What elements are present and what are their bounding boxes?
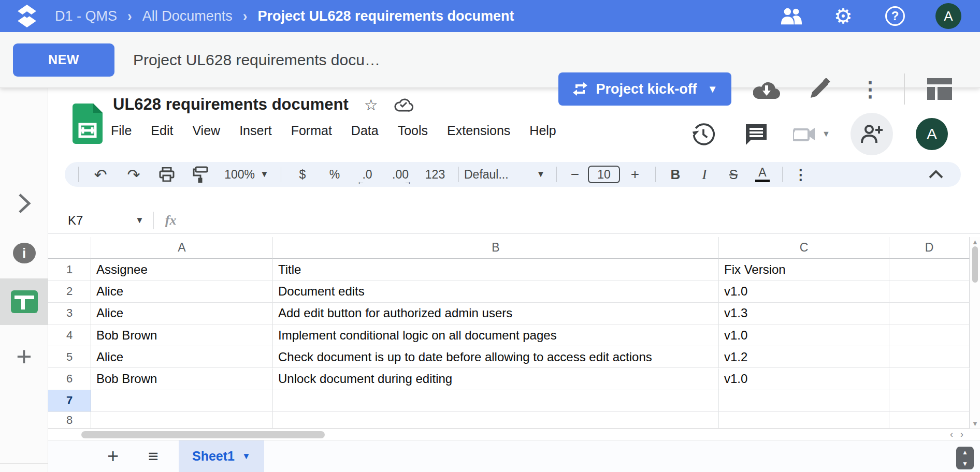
font-name-caret-icon[interactable]: ▼ (530, 162, 551, 187)
cell-B2[interactable]: Document edits (273, 281, 719, 302)
cell-D1[interactable] (889, 259, 970, 281)
cell-A5[interactable]: Alice (91, 346, 273, 368)
decrease-font-size-button[interactable]: − (562, 162, 588, 187)
vertical-scroll-thumb[interactable] (972, 246, 978, 283)
widget-up-icon[interactable]: ▲ (962, 449, 968, 456)
row-header-4[interactable]: 4 (48, 325, 91, 346)
row-header-8[interactable]: 8 (48, 412, 91, 429)
format-percent-button[interactable]: % (319, 162, 351, 187)
decrease-decimals-button[interactable]: .0← (351, 162, 384, 187)
star-icon[interactable]: ☆ (364, 96, 378, 114)
comment-icon[interactable] (729, 123, 783, 145)
print-icon[interactable] (150, 162, 183, 187)
text-color-button[interactable]: A (748, 162, 777, 187)
menu-data[interactable]: Data (351, 123, 379, 138)
meet-camera-icon[interactable]: ▼ (783, 126, 840, 142)
bold-button[interactable]: B (661, 162, 690, 187)
cell-A8[interactable] (91, 412, 273, 429)
cell-D2[interactable] (889, 281, 970, 302)
app-logo-icon[interactable] (16, 4, 38, 28)
user-avatar[interactable]: A (935, 3, 961, 29)
cell-B6[interactable]: Unlock document during editing (273, 368, 719, 390)
widget-down-icon[interactable]: ▼ (962, 460, 968, 467)
cell-C6[interactable]: v1.0 (719, 368, 889, 390)
row-header-2[interactable]: 2 (48, 281, 91, 302)
vertical-scrollbar[interactable]: ▲ ▼ (970, 237, 980, 429)
row-header-6[interactable]: 6 (48, 368, 91, 390)
redo-icon[interactable]: ↷ (117, 162, 150, 187)
sheets-user-avatar[interactable]: A (916, 118, 948, 150)
menu-edit[interactable]: Edit (151, 123, 173, 138)
horizontal-scroll-arrows[interactable]: ‹› (950, 429, 971, 440)
cell-C4[interactable]: v1.0 (719, 325, 889, 346)
increase-font-size-button[interactable]: + (620, 162, 650, 187)
cell-B4[interactable]: Implement conditional logic on all docum… (273, 325, 719, 346)
undo-icon[interactable]: ↶ (84, 162, 117, 187)
zoom-control[interactable]: 100%▼ (218, 162, 276, 187)
download-icon[interactable] (752, 75, 781, 104)
row-header-7[interactable]: 7 (48, 390, 91, 412)
cell-A1[interactable]: Assignee (91, 259, 273, 281)
cell-D5[interactable] (889, 346, 970, 368)
scroll-up-icon[interactable]: ▲ (972, 238, 978, 246)
cell-B1[interactable]: Title (273, 259, 719, 281)
help-icon[interactable]: ? (884, 5, 906, 27)
edit-pencil-icon[interactable] (805, 75, 834, 104)
menu-tools[interactable]: Tools (398, 123, 428, 138)
hide-menus-chevron-icon[interactable] (929, 162, 943, 187)
row-header-5[interactable]: 5 (48, 346, 91, 368)
settings-gear-icon[interactable]: ⚙ (832, 5, 855, 27)
menu-file[interactable]: File (111, 123, 132, 138)
toolbar-more-icon[interactable]: ⋮ (788, 162, 814, 187)
new-button[interactable]: NEW (13, 43, 114, 77)
horizontal-scrollbar[interactable]: ‹› (48, 429, 980, 440)
paint-format-icon[interactable] (183, 162, 218, 187)
cell-D8[interactable] (889, 412, 970, 429)
horizontal-scroll-thumb[interactable] (81, 431, 325, 438)
version-history-icon[interactable] (678, 122, 729, 146)
expand-chevron-icon[interactable] (0, 191, 48, 215)
cell-D6[interactable] (889, 368, 970, 390)
format-currency-button[interactable]: $ (286, 162, 319, 187)
cell-C8[interactable] (719, 412, 889, 429)
font-size-input[interactable]: 10 (588, 162, 620, 187)
row-header-3[interactable]: 3 (48, 303, 91, 325)
menu-extensions[interactable]: Extensions (447, 123, 510, 138)
menu-insert[interactable]: Insert (239, 123, 272, 138)
team-accounts-icon[interactable] (780, 5, 803, 27)
column-header-C[interactable]: C (719, 237, 889, 259)
sheet-tab[interactable]: Sheet1 ▼ (179, 440, 264, 472)
scroll-down-icon[interactable]: ▼ (972, 420, 978, 427)
column-header-A[interactable]: A (91, 237, 273, 259)
cell-C3[interactable]: v1.3 (719, 303, 889, 325)
column-header-B[interactable]: B (273, 237, 719, 259)
name-box-caret-icon[interactable]: ▼ (135, 215, 144, 226)
plain-number-format-button[interactable]: 123 (417, 162, 453, 187)
cell-C2[interactable]: v1.0 (719, 281, 889, 302)
menu-format[interactable]: Format (291, 123, 332, 138)
increase-decimals-button[interactable]: .00→ (384, 162, 417, 187)
cell-C1[interactable]: Fix Version (719, 259, 889, 281)
cell-D7[interactable] (889, 390, 970, 412)
menu-help[interactable]: Help (529, 123, 556, 138)
workflow-status-button[interactable]: Project kick-off ▼ (558, 72, 731, 106)
cell-A2[interactable]: Alice (91, 281, 273, 302)
font-name-select[interactable]: Defaul... (464, 162, 530, 187)
all-sheets-menu-icon[interactable]: ≡ (140, 446, 166, 466)
cell-B8[interactable] (273, 412, 719, 429)
add-icon[interactable]: + (0, 344, 48, 370)
cell-A7[interactable] (91, 390, 273, 412)
breadcrumb-item[interactable]: Project UL628 requirements document (257, 8, 514, 24)
cell-C7[interactable] (719, 390, 889, 412)
info-icon[interactable]: i (0, 241, 48, 265)
spreadsheet-attachment-icon[interactable] (0, 290, 48, 314)
cell-D4[interactable] (889, 325, 970, 346)
cell-B7[interactable] (273, 390, 719, 412)
column-header-D[interactable]: D (889, 237, 970, 259)
strikethrough-button[interactable]: S (719, 162, 748, 187)
cell-A4[interactable]: Bob Brown (91, 325, 273, 346)
breadcrumb-item[interactable]: All Documents (142, 8, 233, 24)
cell-A3[interactable]: Alice (91, 303, 273, 325)
spreadsheet-title[interactable]: UL628 requirements document (113, 95, 349, 114)
menu-view[interactable]: View (192, 123, 220, 138)
